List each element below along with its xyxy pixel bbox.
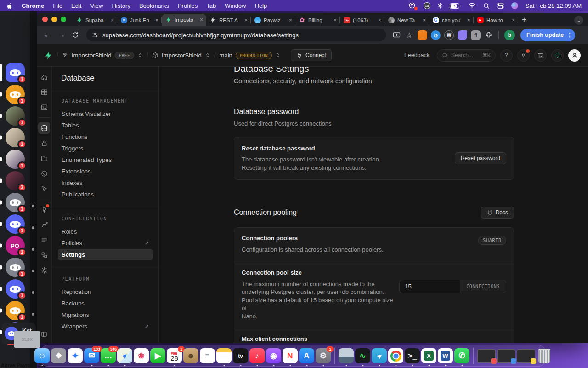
dock-telegram[interactable]: ➤ bbox=[372, 348, 387, 363]
dock-music[interactable]: ♪ bbox=[249, 348, 265, 363]
browser-tab-1[interactable]: Supaba× bbox=[73, 14, 117, 26]
dock-podcasts[interactable]: ◉ bbox=[266, 348, 281, 363]
dock-terminal[interactable]: >_ bbox=[405, 348, 420, 363]
sidebar-item-indexes[interactable]: Indexes bbox=[58, 177, 153, 189]
docs-button[interactable]: Docs bbox=[481, 207, 514, 218]
browser-tab-8[interactable]: New Ta× bbox=[384, 14, 429, 26]
discord-server-9[interactable]: PO1 bbox=[0, 236, 30, 255]
nav-reports[interactable] bbox=[38, 218, 50, 230]
sidebar-item-publications[interactable]: Publications bbox=[58, 189, 153, 200]
sidebar-item-enumerated-types[interactable]: Enumerated Types bbox=[58, 154, 153, 166]
supabase-logo-icon[interactable] bbox=[44, 51, 53, 60]
assistant-terminal-button[interactable] bbox=[534, 49, 547, 62]
forward-button[interactable]: → bbox=[55, 29, 68, 41]
w-extension-icon[interactable]: W bbox=[444, 30, 454, 40]
browser-tab-6[interactable]: ✿Billing× bbox=[295, 14, 340, 26]
new-tab-button[interactable]: + bbox=[522, 15, 526, 24]
badge-18-icon[interactable]: 18 bbox=[424, 2, 430, 9]
connection-pool-size-input[interactable]: 15 bbox=[399, 280, 460, 293]
nav-home[interactable] bbox=[38, 71, 50, 83]
sidebar-item-settings[interactable]: Settings bbox=[58, 249, 153, 260]
dock-minimized-window-1[interactable] bbox=[477, 349, 496, 363]
metamask-extension-icon[interactable] bbox=[418, 30, 427, 40]
site-settings-icon[interactable] bbox=[92, 32, 98, 38]
project-switcher-icon[interactable] bbox=[205, 52, 210, 58]
dock-facetime[interactable]: ▶ bbox=[150, 348, 165, 363]
dock-trash[interactable] bbox=[537, 348, 552, 363]
menu-edit[interactable]: Edit bbox=[71, 2, 81, 9]
discord-server-4[interactable]: 1 bbox=[0, 128, 30, 147]
dock-finder[interactable]: ☺ bbox=[34, 348, 50, 363]
nav-api-docs[interactable] bbox=[38, 249, 50, 261]
sidebar-item-replication[interactable]: Replication bbox=[58, 286, 153, 298]
extensions-puzzle-icon[interactable] bbox=[483, 29, 495, 41]
back-button[interactable]: ← bbox=[41, 29, 54, 41]
apple-menu-icon[interactable] bbox=[6, 2, 13, 10]
menubar-clock[interactable]: Sat Feb 28 12:09 AM bbox=[526, 2, 582, 9]
browser-menu-icon[interactable]: ⋮ bbox=[567, 32, 572, 38]
menu-view[interactable]: View bbox=[90, 2, 103, 9]
nav-auth[interactable] bbox=[38, 137, 50, 149]
notifications-button[interactable] bbox=[517, 49, 530, 62]
sidebar-item-policies[interactable]: Policies↗ bbox=[58, 237, 153, 249]
fl-extension-icon[interactable]: fl bbox=[471, 30, 481, 40]
org-switcher-icon[interactable] bbox=[137, 52, 143, 58]
browser-tab-10[interactable]: ▸How to× bbox=[474, 14, 518, 26]
sidebar-item-wrappers[interactable]: Wrappers↗ bbox=[58, 321, 153, 332]
finish-update-button[interactable]: Finish update ⋮ bbox=[520, 29, 575, 41]
purple-blob-extension-icon[interactable] bbox=[458, 30, 467, 40]
sidebar-item-triggers[interactable]: Triggers bbox=[58, 143, 153, 154]
sidebar-item-extensions[interactable]: Extensions bbox=[58, 166, 153, 177]
chrome-profile-avatar[interactable]: b bbox=[504, 30, 515, 40]
discord-server-7[interactable]: 1 bbox=[0, 193, 30, 212]
discord-server-10[interactable]: 1 bbox=[0, 258, 30, 277]
nav-logs[interactable] bbox=[38, 234, 50, 246]
nav-advisors[interactable] bbox=[38, 203, 50, 215]
discord-server-11[interactable]: 1 bbox=[0, 279, 30, 299]
tab-close-icon[interactable]: × bbox=[378, 17, 381, 23]
dock-messages[interactable]: …346 bbox=[101, 348, 116, 363]
connect-button[interactable]: Connect bbox=[291, 49, 332, 61]
browser-tab-7[interactable]: 1k+(1063)× bbox=[340, 14, 384, 26]
spotlight-icon[interactable] bbox=[483, 3, 490, 9]
org-breadcrumb[interactable]: ImpostorShield FREE bbox=[62, 52, 143, 59]
menu-window[interactable]: Window bbox=[225, 2, 246, 9]
menu-tab[interactable]: Tab bbox=[206, 2, 216, 9]
dock-safari[interactable]: ✦ bbox=[68, 348, 83, 363]
blue-circle-extension-icon[interactable]: ◎ bbox=[431, 30, 441, 40]
install-app-icon[interactable] bbox=[390, 29, 402, 41]
menu-history[interactable]: History bbox=[112, 2, 130, 9]
menu-profiles[interactable]: Profiles bbox=[178, 2, 198, 9]
dock-whatsapp[interactable]: ✆ bbox=[454, 348, 469, 363]
dock-minimized-window-3[interactable] bbox=[517, 349, 535, 363]
dock-activity-monitor[interactable]: ∿ bbox=[355, 348, 370, 363]
dock-chrome[interactable] bbox=[388, 348, 403, 363]
tab-close-icon[interactable]: × bbox=[155, 17, 158, 23]
sidebar-item-roles[interactable]: Roles bbox=[58, 226, 153, 237]
minimize-window-button[interactable] bbox=[51, 17, 57, 22]
nav-storage[interactable] bbox=[38, 152, 50, 164]
siri-icon[interactable] bbox=[511, 2, 518, 9]
nav-database[interactable] bbox=[38, 122, 50, 134]
help-button[interactable]: ? bbox=[500, 49, 513, 62]
menu-file[interactable]: File bbox=[53, 2, 62, 9]
dock-screensaver-photo[interactable] bbox=[339, 348, 354, 363]
screen-mirroring-icon[interactable] bbox=[408, 2, 416, 9]
nav-edge-functions[interactable] bbox=[38, 167, 50, 179]
ai-assistant-button[interactable] bbox=[551, 49, 564, 62]
dock-notes[interactable] bbox=[216, 348, 232, 363]
bluetooth-icon[interactable] bbox=[438, 2, 442, 9]
discord-server-6[interactable]: 3 bbox=[0, 171, 30, 190]
desktop-file-thumbnail[interactable]: XLSX bbox=[14, 331, 40, 348]
menu-chrome[interactable]: Chrome bbox=[22, 2, 44, 9]
menu-bookmarks[interactable]: Bookmarks bbox=[139, 2, 169, 9]
browser-tab-2[interactable]: Junk En× bbox=[117, 14, 162, 26]
collapse-sidebar-icon[interactable] bbox=[41, 331, 48, 339]
dock-maps[interactable]: ➤ bbox=[117, 348, 132, 363]
sidebar-item-migrations[interactable]: Migrations bbox=[58, 309, 153, 321]
feedback-button[interactable]: Feedback bbox=[401, 52, 432, 58]
nav-sql-editor[interactable] bbox=[38, 101, 50, 113]
dock-system-settings[interactable]: ⚙1 bbox=[316, 348, 331, 363]
browser-tab-9[interactable]: Gcan you× bbox=[429, 14, 474, 26]
browser-tab-3[interactable]: Imposto× bbox=[162, 14, 206, 26]
